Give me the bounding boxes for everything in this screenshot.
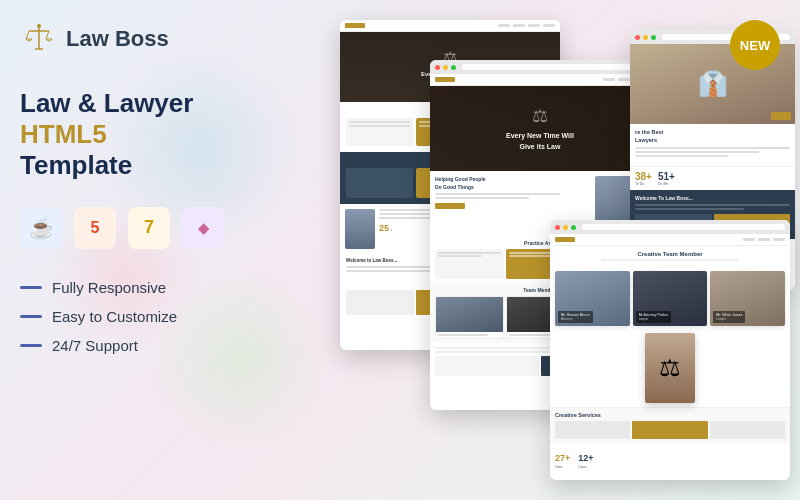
feature-dash-3: [20, 344, 42, 347]
page-wrapper: NEW: [0, 0, 800, 500]
title-line1: Law & Lawyer: [20, 88, 270, 119]
ss-nav-logo-2: [435, 77, 455, 82]
html5-icon: 5: [74, 207, 116, 249]
tech-icons: ☕ 5 7 ◆: [20, 207, 270, 249]
features-list: Fully Responsive Easy to Customize 24/7 …: [20, 279, 270, 354]
logo-icon: [20, 20, 58, 58]
logo-area: Law Boss: [20, 20, 270, 58]
feature-text-responsive: Fully Responsive: [52, 279, 166, 296]
ss-nav-second: [430, 74, 650, 86]
ss-nav-logo: [345, 23, 365, 28]
ss-service-card-1: [346, 168, 413, 198]
ss-nav-4: [550, 234, 790, 246]
svg-line-5: [46, 31, 49, 39]
title-line2: HTML5: [20, 119, 270, 150]
previews-area: ⚖ Every New Time WillGive its Law Practi…: [310, 0, 800, 500]
left-panel: Law Boss Law & Lawyer HTML5 Template ☕ 5…: [20, 20, 270, 354]
screenshot-fourth: Creative Team Member Mr. Hassan Moore At…: [550, 220, 790, 480]
ss-third-content: re the Best Lawyers: [630, 124, 795, 166]
ss-bottom-stats: 27+ Years 12+ Cases: [550, 443, 790, 473]
ss-browser-chrome-4: [550, 220, 790, 234]
ss-lawyer-center: ⚖: [550, 329, 790, 407]
title-section: Law & Lawyer HTML5 Template: [20, 88, 270, 182]
feature-text-customize: Easy to Customize: [52, 308, 177, 325]
ss-hero-second: ⚖ Every New Time WillGive its Law: [430, 86, 650, 171]
title-line3: Template: [20, 150, 270, 181]
feature-dash-2: [20, 315, 42, 318]
logo-text: Law Boss: [66, 26, 169, 52]
new-badge: NEW: [730, 20, 780, 70]
ss-team-title: Creative Team Member: [550, 246, 790, 268]
sass-icon: ◆: [182, 207, 224, 249]
ss-nav-links: [498, 24, 555, 27]
ss-person-image: [345, 209, 375, 249]
ss-card-1: [346, 118, 413, 146]
browser-maximize: [451, 65, 456, 70]
browser-close: [435, 65, 440, 70]
ss-creative-services: Creative Services: [550, 407, 790, 443]
feature-text-support: 24/7 Support: [52, 337, 138, 354]
ss-stat-1: 25 +: [379, 223, 392, 233]
browser-minimize: [443, 65, 448, 70]
ss-hero-text-2: Every New Time WillGive its Law: [506, 131, 574, 152]
feature-dash: [20, 286, 42, 289]
ss-team-grid: Mr. Hassan Moore Attorney Mr.Attorney Pa…: [550, 268, 790, 329]
gavel-icon-2: ⚖: [532, 105, 548, 127]
ss-stats-row: 38+ To Do 51+ Do Me: [630, 166, 795, 190]
feature-item-support: 24/7 Support: [20, 337, 270, 354]
browser-url-bar: [462, 64, 645, 70]
css7-icon: 7: [128, 207, 170, 249]
feature-item-customize: Easy to Customize: [20, 308, 270, 325]
svg-line-3: [26, 31, 29, 39]
ss-nav-main: [340, 20, 560, 32]
ss-browser-chrome: [430, 60, 650, 74]
java-icon: ☕: [20, 207, 62, 249]
feature-item-responsive: Fully Responsive: [20, 279, 270, 296]
